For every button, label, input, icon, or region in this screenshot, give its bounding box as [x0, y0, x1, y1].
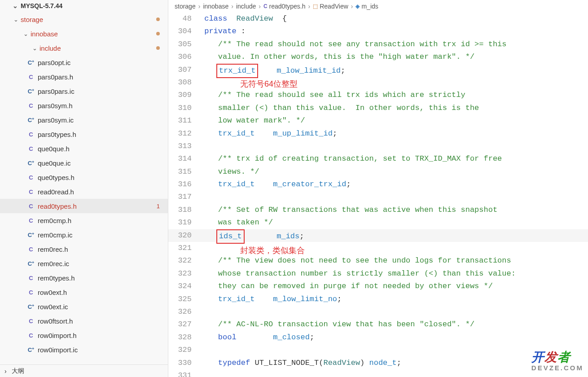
- cpp-file-icon: C+: [27, 117, 35, 123]
- code-line[interactable]: low water mark". */: [200, 114, 588, 127]
- file-label: row0ext.h: [38, 289, 67, 296]
- outline-panel-header[interactable]: › 大纲: [0, 364, 168, 377]
- tree-file[interactable]: Cpars0sym.h: [0, 98, 168, 113]
- breadcrumb-item[interactable]: include: [236, 3, 256, 10]
- line-number: 314: [168, 153, 192, 165]
- code-line[interactable]: value. In other words, this is the "high…: [200, 51, 588, 63]
- tree-file[interactable]: Crow0import.h: [0, 328, 168, 342]
- code-line[interactable]: whose transaction number is strictly sma…: [200, 267, 588, 280]
- tree-file[interactable]: Cque0que.h: [0, 141, 168, 156]
- tree-folder[interactable]: ⌄storage: [0, 12, 168, 26]
- tree-file[interactable]: Crem0cmp.h: [0, 213, 168, 228]
- code-line[interactable]: /** trx id of creating transaction, set …: [200, 153, 588, 165]
- tree-file[interactable]: C+rem0cmp.ic: [0, 228, 168, 242]
- c-file-icon: C: [27, 102, 35, 109]
- code-line[interactable]: private :: [200, 25, 588, 38]
- code-line[interactable]: typedef UT_LIST_NODE_T(ReadView) node_t;: [200, 357, 588, 369]
- tree-file[interactable]: Cread0types.h1: [0, 199, 168, 213]
- file-label: rem0rec.h: [38, 245, 68, 253]
- code-line[interactable]: /** The read should see all trx ids whic…: [200, 89, 588, 101]
- error-badge: 1: [157, 203, 160, 210]
- code-line[interactable]: they can be removed in purge if not need…: [200, 280, 588, 293]
- file-label: row0import.ic: [38, 346, 78, 354]
- file-label: pars0opt.ic: [38, 59, 70, 66]
- breadcrumb-item[interactable]: innobase: [203, 3, 228, 10]
- breadcrumb-item[interactable]: ⬚ReadView: [313, 3, 348, 10]
- file-label: pars0pars.h: [38, 73, 73, 81]
- file-label: rem0rec.ic: [38, 260, 69, 267]
- explorer-sidebar: ⌄ MYSQL-5.7.44 ⌄storage⌄innobase⌄include…: [0, 0, 168, 377]
- c-file-icon: C: [27, 246, 35, 253]
- code-line[interactable]: trx_id_t m_low_limit_no;: [200, 293, 588, 306]
- line-number: 320: [168, 229, 192, 242]
- c-file-icon: C: [27, 332, 35, 339]
- tree-file[interactable]: Crow0ext.h: [0, 285, 168, 299]
- modified-dot-icon: [156, 18, 160, 21]
- code-line[interactable]: [200, 306, 588, 318]
- code-line[interactable]: /** Set of RW transactions that was acti…: [200, 204, 588, 216]
- tree-file[interactable]: Cread0read.h: [0, 184, 168, 199]
- tree-file[interactable]: Cpars0pars.h: [0, 70, 168, 84]
- line-number: 305: [168, 38, 192, 51]
- code-line[interactable]: [200, 344, 588, 356]
- code-line[interactable]: [200, 369, 588, 377]
- breadcrumb-icon: ◈: [355, 3, 360, 9]
- tree-file[interactable]: C+pars0pars.ic: [0, 84, 168, 98]
- chevron-down-icon: ⌄: [13, 2, 19, 9]
- breadcrumb-item[interactable]: storage: [175, 3, 196, 10]
- file-label: pars0pars.ic: [38, 88, 75, 95]
- code-line[interactable]: [200, 191, 588, 203]
- folder-label: storage: [21, 16, 43, 23]
- code-line[interactable]: trx_id_t m_creator_trx_id;: [200, 178, 588, 191]
- c-file-icon: C: [27, 188, 35, 195]
- line-number: 330: [168, 357, 192, 369]
- code-line[interactable]: bool m_closed;: [200, 331, 588, 344]
- tree-file[interactable]: C+row0import.ic: [0, 342, 168, 357]
- line-number: 329: [168, 344, 192, 356]
- cpp-file-icon: C+: [27, 232, 35, 238]
- tree-folder[interactable]: ⌄innobase: [0, 26, 168, 41]
- tree-file[interactable]: C+pars0opt.ic: [0, 55, 168, 70]
- tree-file[interactable]: C+que0que.ic: [0, 156, 168, 170]
- breadcrumb[interactable]: storage›innobase›include›Cread0types.h›⬚…: [168, 0, 588, 13]
- tree-file[interactable]: C+pars0sym.ic: [0, 113, 168, 127]
- line-number: 322: [168, 254, 192, 267]
- line-number: 307: [168, 64, 192, 76]
- code-line[interactable]: views. */: [200, 166, 588, 178]
- modified-dot-icon: [156, 32, 160, 35]
- tree-file[interactable]: C+rem0rec.ic: [0, 256, 168, 271]
- code-line[interactable]: /** The read should not see any transact…: [200, 38, 588, 51]
- tree-file[interactable]: Crow0ftsort.h: [0, 314, 168, 328]
- code-line[interactable]: trx_id_t m_low_limit_id;: [200, 64, 588, 76]
- breadcrumb-label: innobase: [203, 3, 228, 10]
- code-line[interactable]: [200, 140, 588, 153]
- tree-folder[interactable]: ⌄include: [0, 41, 168, 55]
- code-editor[interactable]: 4830430530630730830931031131231331431531…: [168, 13, 588, 377]
- code-line[interactable]: class ReadView {: [200, 13, 588, 25]
- chevron-right-icon: ›: [4, 368, 12, 375]
- code-line[interactable]: /** AC-NL-RO transaction view that has b…: [200, 318, 588, 331]
- code-line[interactable]: smaller (<) than this value. In other wo…: [200, 102, 588, 114]
- line-number: 316: [168, 178, 192, 191]
- tree-file[interactable]: Crem0types.h: [0, 271, 168, 285]
- breadcrumb-item[interactable]: Cread0types.h: [263, 3, 306, 10]
- tree-file[interactable]: Crem0rec.h: [0, 242, 168, 256]
- line-number: 308: [168, 76, 192, 89]
- watermark: 开发者 DEVZE.COM: [531, 349, 584, 372]
- line-number: 324: [168, 280, 192, 293]
- code-line[interactable]: trx_id_t m_up_limit_id;: [200, 127, 588, 140]
- project-title[interactable]: ⌄ MYSQL-5.7.44: [0, 0, 168, 12]
- chevron-down-icon: ⌄: [32, 45, 39, 52]
- chevron-down-icon: ⌄: [23, 31, 31, 37]
- file-label: read0types.h: [38, 202, 77, 210]
- breadcrumb-item[interactable]: ◈m_ids: [355, 3, 378, 10]
- file-label: row0ftsort.h: [38, 317, 73, 325]
- tree-file[interactable]: Cque0types.h: [0, 170, 168, 184]
- tree-file[interactable]: Cpars0types.h: [0, 127, 168, 141]
- line-number: 326: [168, 306, 192, 318]
- code-line[interactable]: ids_t m_ids;: [200, 229, 588, 242]
- code-content[interactable]: class ReadView { private : /** The read …: [200, 13, 588, 377]
- code-line[interactable]: was taken */: [200, 216, 588, 229]
- breadcrumb-separator-icon: ›: [351, 3, 353, 10]
- tree-file[interactable]: C+row0ext.ic: [0, 299, 168, 314]
